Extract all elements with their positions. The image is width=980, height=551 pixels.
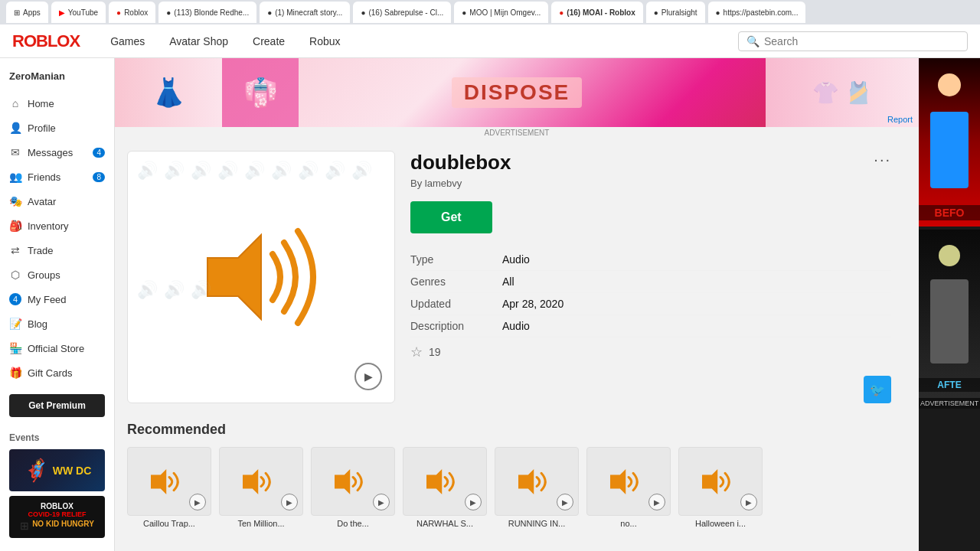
ad-label: ADVERTISEMENT bbox=[115, 127, 919, 139]
sidebar-item-inventory[interactable]: 🎒 Inventory bbox=[0, 214, 114, 238]
nav-games[interactable]: Games bbox=[98, 24, 157, 58]
sidebar-item-groups[interactable]: ⬡ Groups bbox=[0, 262, 114, 287]
rec-thumb-2[interactable]: ▶ bbox=[311, 447, 395, 516]
sidebar-item-messages[interactable]: ✉ Messages 4 bbox=[0, 140, 114, 165]
browser-tab-minecraft[interactable]: ● (1) Minecraft story... bbox=[260, 2, 350, 23]
rec-item-2: ▶ Do the... bbox=[311, 447, 395, 528]
events-thumb-1[interactable]: 🦸 WW DC bbox=[9, 449, 105, 491]
rec-label-6: Halloween i... bbox=[678, 519, 763, 528]
browser-tab-blonde[interactable]: ● (113) Blonde Redhe... bbox=[158, 2, 256, 23]
sidebar-item-giftcards[interactable]: 🎁 Gift Cards bbox=[0, 360, 114, 385]
browser-bar: ⊞ Apps ▶ YouTube ● Roblox ● (113) Blonde… bbox=[0, 0, 980, 24]
browser-tab-youtube[interactable]: ▶ YouTube bbox=[51, 2, 106, 23]
blog-icon: 📝 bbox=[9, 318, 21, 330]
home-icon: ⌂ bbox=[9, 97, 21, 109]
meta-updated-key: Updated bbox=[410, 293, 502, 315]
recommended-grid: ▶ Caillou Trap... ▶ Ten Million... bbox=[127, 447, 906, 528]
rec-play-icon-6[interactable]: ▶ bbox=[740, 494, 757, 510]
main-layout: ZeroManian ⌂ Home 👤 Profile ✉ Messages 4… bbox=[0, 58, 980, 551]
star-icon[interactable]: ☆ bbox=[410, 344, 423, 360]
rec-thumb-3[interactable]: ▶ bbox=[403, 447, 487, 516]
sidebar-item-trade[interactable]: ⇄ Trade bbox=[0, 238, 114, 262]
svg-marker-4 bbox=[426, 469, 442, 494]
nav-create[interactable]: Create bbox=[240, 24, 297, 58]
svg-marker-5 bbox=[518, 469, 534, 494]
sidebar-item-home[interactable]: ⌂ Home bbox=[0, 91, 114, 116]
svg-marker-7 bbox=[702, 469, 717, 494]
sidebar-username: ZeroManian bbox=[0, 64, 114, 91]
rec-item-6: ▶ Halloween i... bbox=[678, 447, 763, 528]
meta-type-row: Type Audio bbox=[410, 249, 891, 271]
get-premium-button[interactable]: Get Premium bbox=[9, 394, 105, 417]
sidebar-item-officialstore[interactable]: 🏪 Official Store bbox=[0, 336, 114, 360]
report-link[interactable]: Report bbox=[887, 115, 913, 124]
rating-row: ☆ 19 bbox=[410, 337, 891, 367]
play-icon: ▶ bbox=[364, 370, 373, 383]
right-ad-text-1: BEFO bbox=[919, 205, 980, 220]
rec-play-icon-3[interactable]: ▶ bbox=[465, 494, 482, 510]
roblox-logo[interactable]: ROBLOX bbox=[12, 31, 80, 51]
rec-play-icon-4[interactable]: ▶ bbox=[557, 494, 573, 510]
asset-preview: 🔊🔊 🔊🔊 🔊🔊 🔊🔊 🔊🔊 🔊🔊 bbox=[127, 151, 395, 403]
rec-item-5: ▶ no... bbox=[586, 447, 671, 528]
right-ad-thumb-2: AFTE bbox=[919, 230, 980, 398]
browser-tab-pluralsight[interactable]: ● Pluralsight bbox=[646, 2, 705, 23]
search-bar[interactable]: 🔍 bbox=[738, 31, 968, 51]
svg-marker-6 bbox=[610, 469, 626, 494]
rec-label-2: Do the... bbox=[311, 519, 395, 528]
rec-play-icon-5[interactable]: ▶ bbox=[648, 494, 665, 510]
rec-label-0: Caillou Trap... bbox=[127, 519, 211, 528]
svg-marker-1 bbox=[151, 469, 166, 494]
browser-tab-moai[interactable]: ● (16) MOAI - Roblox bbox=[551, 2, 643, 23]
messages-badge: 4 bbox=[93, 148, 105, 158]
rec-thumb-1[interactable]: ▶ bbox=[219, 447, 303, 516]
ad-banner-text: DISPOSE bbox=[452, 77, 582, 108]
events-thumb-2[interactable]: ROBLOX COVID-19 RELIEF ⊞ NO KID HUNGRY bbox=[9, 496, 105, 538]
search-input[interactable] bbox=[764, 35, 959, 47]
rec-item-1: ▶ Ten Million... bbox=[219, 447, 303, 528]
recommended-title: Recommended bbox=[127, 422, 906, 438]
meta-type-key: Type bbox=[410, 249, 502, 271]
main-content: 👗 👘 DISPOSE 👚 🎽 Report ADVERTISEMENT bbox=[115, 58, 919, 551]
get-button[interactable]: Get bbox=[410, 201, 492, 233]
rec-thumb-4[interactable]: ▶ bbox=[495, 447, 579, 516]
rec-label-4: RUNNING IN... bbox=[495, 519, 579, 528]
rec-label-5: no... bbox=[586, 519, 671, 528]
browser-tab-apps[interactable]: ⊞ Apps bbox=[6, 2, 48, 23]
nav-robux[interactable]: Robux bbox=[297, 24, 352, 58]
recommended-section: Recommended ▶ Caillou Trap... bbox=[115, 416, 919, 540]
asset-by: By lamebvy bbox=[410, 178, 891, 189]
search-icon: 🔍 bbox=[746, 35, 760, 47]
sidebar-item-friends[interactable]: 👥 Friends 8 bbox=[0, 165, 114, 189]
rec-thumb-5[interactable]: ▶ bbox=[586, 447, 671, 516]
officialstore-icon: 🏪 bbox=[9, 342, 21, 354]
rec-thumb-6[interactable]: ▶ bbox=[678, 447, 763, 516]
myfeed-icon: 4 bbox=[9, 293, 21, 305]
sidebar-item-profile[interactable]: 👤 Profile bbox=[0, 116, 114, 140]
rec-label-3: NARWHAL S... bbox=[403, 519, 487, 528]
rec-thumb-0[interactable]: ▶ bbox=[127, 447, 211, 516]
meta-type-value: Audio bbox=[502, 249, 891, 271]
rec-play-icon-2[interactable]: ▶ bbox=[373, 494, 390, 510]
browser-tab-roblox[interactable]: ● Roblox bbox=[109, 2, 155, 23]
rec-item-3: ▶ NARWHAL S... bbox=[403, 447, 487, 528]
sidebar-item-blog[interactable]: 📝 Blog bbox=[0, 311, 114, 336]
twitter-button[interactable]: 🐦 bbox=[864, 376, 891, 403]
meta-genres-key: Genres bbox=[410, 271, 502, 293]
browser-tab-pastebin[interactable]: ● https://pastebin.com... bbox=[708, 2, 806, 23]
play-button[interactable]: ▶ bbox=[354, 363, 382, 390]
browser-tab-sabrepulse[interactable]: ● (16) Sabrepulse - Cl... bbox=[353, 2, 451, 23]
rec-play-icon-1[interactable]: ▶ bbox=[281, 494, 298, 510]
rec-play-icon-0[interactable]: ▶ bbox=[189, 494, 206, 510]
sidebar-item-avatar[interactable]: 🎭 Avatar bbox=[0, 189, 114, 214]
more-options-button[interactable]: ··· bbox=[874, 151, 891, 168]
profile-icon: 👤 bbox=[9, 122, 21, 134]
groups-icon: ⬡ bbox=[9, 269, 21, 281]
rec-item-4: ▶ RUNNING IN... bbox=[495, 447, 579, 528]
sidebar-item-myfeed[interactable]: 4 My Feed bbox=[0, 287, 114, 311]
meta-updated-row: Updated Apr 28, 2020 bbox=[410, 293, 891, 315]
nav-avatar-shop[interactable]: Avatar Shop bbox=[157, 24, 240, 58]
friends-badge: 8 bbox=[93, 172, 105, 182]
browser-tab-moo[interactable]: ● MOO | Mijn Omgev... bbox=[454, 2, 548, 23]
right-ad-label: ADVERTISEMENT bbox=[919, 398, 980, 409]
